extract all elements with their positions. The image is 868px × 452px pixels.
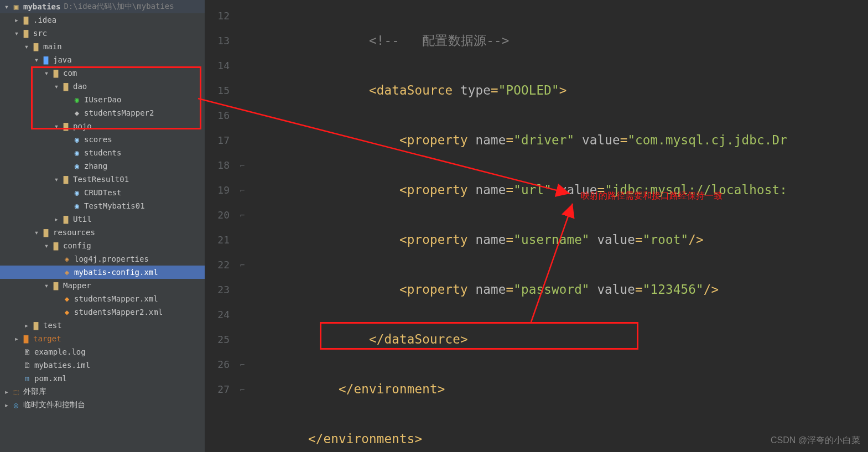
root-path: D:\idea代码\加中\mybaties: [64, 2, 174, 12]
project-tree[interactable]: ▾ ▣ mybaties D:\idea代码\加中\mybaties ▸ ▇ .…: [0, 0, 205, 452]
log-file-icon: 🗎: [22, 347, 32, 356]
tree-example-log[interactable]: 🗎 example.log: [0, 345, 205, 359]
interface-icon: ◉: [72, 95, 82, 104]
class-icon: ◉: [72, 148, 82, 157]
chevron-down-icon: ▾: [52, 82, 61, 91]
chevron-down-icon: ▾: [52, 122, 61, 131]
tree-studentsmapper2[interactable]: ◆ studentsMapper2: [0, 106, 205, 120]
folder-icon: ▇: [31, 321, 41, 330]
tree-mybatis-config[interactable]: ◈ mybatis-config.xml: [0, 266, 205, 279]
chevron-down-icon: ▾: [12, 29, 21, 38]
fold-end-icon[interactable]: ⌐: [237, 178, 247, 202]
tree-config[interactable]: ▾ ▇ config: [0, 239, 205, 252]
tree-crudtest[interactable]: ◉ CRUDTest: [0, 186, 205, 199]
line-number: 14: [205, 53, 237, 78]
fold-end-icon[interactable]: ⌐: [237, 202, 247, 227]
folder-icon: ▇: [21, 29, 31, 38]
tree-log4j[interactable]: ◈ log4j.properties: [0, 252, 205, 266]
class-icon: ◉: [72, 162, 82, 170]
tree-mybaties-iml[interactable]: 🗎 mybaties.iml: [0, 359, 205, 372]
fold-open-icon[interactable]: ⌐: [237, 252, 247, 277]
scratch-icon: ◎: [11, 401, 21, 409]
gutter: 12 13 14 15 16 17 18 19 20 21 22 23 24 2…: [205, 0, 237, 452]
tree-mapper-folder[interactable]: ▾ ▇ Mapper: [0, 279, 205, 292]
tree-testresult01[interactable]: ▾ ▇ TestResult01: [0, 173, 205, 186]
tree-target[interactable]: ▸ ▇ target: [0, 332, 205, 345]
tree-pojo[interactable]: ▾ ▇ pojo: [0, 120, 205, 133]
library-icon: ⬚: [11, 387, 21, 396]
tree-src[interactable]: ▾ ▇ src: [0, 27, 205, 40]
package-icon: ▇: [61, 122, 71, 131]
line-number: 23: [205, 277, 237, 302]
editor[interactable]: 12 13 14 15 16 17 18 19 20 21 22 23 24 2…: [205, 0, 868, 452]
line-number: 18: [205, 153, 237, 178]
tree-test[interactable]: ▸ ▇ test: [0, 319, 205, 332]
class-run-icon: ◉: [72, 188, 82, 197]
fold-end-icon[interactable]: ⌐: [237, 153, 247, 178]
tree-java[interactable]: ▾ ▇ java: [0, 53, 205, 66]
code-area[interactable]: <!-- 配置数据源--> <dataSource type="POOLED">…: [247, 0, 868, 452]
chevron-down-icon: ▾: [42, 281, 51, 290]
tree-scores[interactable]: ◉ scores: [0, 133, 205, 146]
tree-testmybatis01[interactable]: ◉ TestMybatis01: [0, 199, 205, 212]
line-number: 22: [205, 252, 237, 277]
tree-com[interactable]: ▾ ▇ com: [0, 66, 205, 80]
tree-main[interactable]: ▾ ▇ main: [0, 40, 205, 53]
iml-file-icon: 🗎: [22, 361, 32, 370]
tree-iuserdao[interactable]: ◉ IUserDao: [0, 93, 205, 106]
mapper-xml-icon: ◆: [62, 294, 72, 303]
tree-zhang[interactable]: ◉ zhang: [0, 159, 205, 173]
project-icon: ▣: [11, 2, 21, 11]
line-number: 26: [205, 352, 237, 377]
folder-icon: ▇: [21, 15, 31, 24]
fold-end-icon[interactable]: ⌐: [237, 377, 247, 402]
root-label: mybaties: [23, 2, 60, 11]
tree-dao[interactable]: ▾ ▇ dao: [0, 80, 205, 93]
chevron-right-icon: ▸: [52, 215, 61, 224]
line-number: 19: [205, 178, 237, 202]
line-number: 17: [205, 128, 237, 153]
package-icon: ▇: [61, 215, 71, 224]
src-folder-icon: ▇: [41, 55, 51, 64]
tree-pom-xml[interactable]: m pom.xml: [0, 372, 205, 385]
line-number: 25: [205, 327, 237, 352]
resources-folder-icon: ▇: [41, 228, 51, 237]
line-number: 12: [205, 3, 237, 28]
folder-icon: ▇: [51, 281, 61, 290]
chevron-right-icon: ▸: [12, 334, 21, 343]
chevron-right-icon: ▸: [22, 321, 31, 330]
chevron-down-icon: ▾: [42, 241, 51, 250]
tree-resources[interactable]: ▾ ▇ resources: [0, 226, 205, 239]
xml-icon: ◈: [62, 268, 72, 277]
properties-icon: ◈: [62, 254, 72, 263]
target-folder-icon: ▇: [21, 334, 31, 343]
tree-idea[interactable]: ▸ ▇ .idea: [0, 13, 205, 27]
tree-external-libs[interactable]: ▸ ⬚ 外部库: [0, 385, 205, 398]
tree-studentsmapper-xml[interactable]: ◆ studentsMapper.xml: [0, 292, 205, 305]
chevron-down-icon: ▾: [52, 175, 61, 184]
line-number: 20: [205, 202, 237, 227]
line-number: 13: [205, 28, 237, 53]
line-number: 16: [205, 103, 237, 128]
chevron-down-icon: ▾: [32, 55, 41, 64]
folder-icon: ▇: [51, 241, 61, 250]
line-number: 21: [205, 227, 237, 252]
line-number: 15: [205, 78, 237, 103]
line-number: 27: [205, 377, 237, 402]
tree-studentsmapper2-xml[interactable]: ◆ studentsMapper2.xml: [0, 305, 205, 319]
tree-scratches[interactable]: ▸ ◎ 临时文件和控制台: [0, 398, 205, 412]
tree-root[interactable]: ▾ ▣ mybaties D:\idea代码\加中\mybaties: [0, 0, 205, 13]
chevron-right-icon: ▸: [2, 401, 11, 409]
folder-icon: ▇: [31, 42, 41, 51]
fold-end-icon[interactable]: ⌐: [237, 352, 247, 377]
tree-students[interactable]: ◉ students: [0, 146, 205, 159]
line-number: 24: [205, 302, 237, 327]
mapper-xml-icon: ◆: [62, 308, 72, 316]
maven-icon: m: [22, 374, 32, 383]
fold-column: ⌐ ⌐⌐ ⌐ ⌐⌐: [237, 0, 247, 452]
chevron-down-icon: ▾: [2, 2, 11, 11]
tree-util[interactable]: ▸ ▇ Util: [0, 212, 205, 226]
class-icon: ◉: [72, 135, 82, 144]
package-icon: ▇: [61, 82, 71, 91]
package-icon: ▇: [51, 69, 61, 77]
